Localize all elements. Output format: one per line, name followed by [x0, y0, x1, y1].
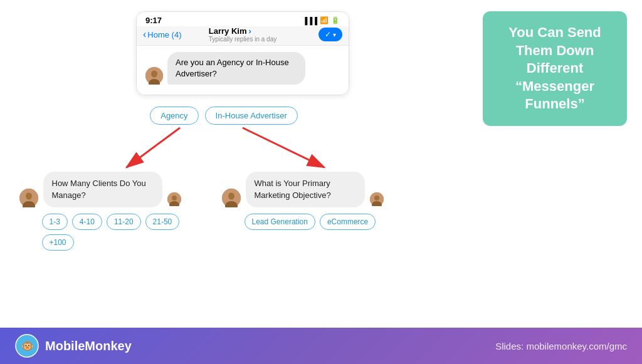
- info-box: You Can Send Them Down Different “Messen…: [483, 11, 627, 126]
- svg-line-5: [127, 128, 180, 167]
- svg-point-11: [172, 195, 177, 200]
- svg-point-8: [26, 192, 32, 199]
- avatar: [145, 67, 163, 85]
- right-branch-question: What is Your Primary Marketing Objective…: [246, 172, 365, 207]
- check-icon: ✓: [325, 30, 331, 39]
- nav-bar: ‹ Home (4) Larry Kim › Typically replies…: [137, 26, 349, 46]
- left-branch-avatar: [19, 189, 38, 207]
- nav-center: Larry Kim › Typically replies in a day: [209, 26, 276, 43]
- left-branch: How Many Clients Do You Manage? 1-3 4-10: [19, 172, 208, 250]
- left-branch-avatar2: [167, 192, 181, 206]
- svg-text:🐵: 🐵: [21, 340, 34, 353]
- arrows-svg: [29, 125, 418, 172]
- left-column: 9:17 ▐▐▐ 📶 🔋 ‹ Home (4) Larry Kim: [15, 11, 470, 321]
- svg-point-17: [374, 195, 379, 200]
- back-chevron-icon: ‹: [143, 29, 146, 40]
- battery-icon: 🔋: [331, 16, 340, 24]
- left-branch-choices: 1-3 4-10 11-20 21-50 +100: [19, 214, 208, 251]
- footer: 🐵 MobileMonkey Slides: mobilemonkey.com/…: [0, 328, 642, 364]
- agency-button[interactable]: Agency: [150, 107, 198, 125]
- svg-line-6: [243, 128, 324, 167]
- right-branch-avatar: [222, 189, 241, 207]
- name-chevron-icon: ›: [249, 26, 251, 36]
- top-choices-row: Agency In-House Advertiser: [150, 107, 298, 125]
- chat-bubble-row: Are you an Agency or In-House Advertiser…: [145, 52, 340, 85]
- nav-back-label[interactable]: Home (4): [147, 30, 181, 39]
- nav-back[interactable]: ‹ Home (4): [143, 29, 182, 40]
- option-lead-gen[interactable]: Lead Generation: [245, 214, 315, 230]
- right-branch-question-row: What is Your Primary Marketing Objective…: [222, 172, 384, 207]
- signal-icon: ▐▐▐: [303, 17, 317, 24]
- in-house-button[interactable]: In-House Advertiser: [205, 107, 298, 125]
- footer-brand: 🐵 MobileMonkey: [15, 334, 132, 358]
- option-ecommerce[interactable]: eCommerce: [320, 214, 376, 230]
- info-box-text: You Can Send Them Down Different “Messen…: [494, 24, 616, 113]
- nav-subtitle: Typically replies in a day: [209, 36, 276, 43]
- status-time: 9:17: [145, 16, 162, 25]
- chat-bubble: Are you an Agency or In-House Advertiser…: [167, 52, 305, 85]
- option-11-20[interactable]: 11-20: [107, 214, 141, 230]
- nav-name: Larry Kim ›: [209, 26, 276, 36]
- check-button[interactable]: ✓ ▾: [318, 28, 342, 41]
- arrows-container: [29, 125, 418, 172]
- footer-logo-icon: 🐵: [15, 334, 39, 358]
- option-4-10[interactable]: 4-10: [72, 214, 102, 230]
- footer-url: Slides: mobilemonkey.com/gmc: [495, 341, 627, 351]
- content-area: 9:17 ▐▐▐ 📶 🔋 ‹ Home (4) Larry Kim: [0, 0, 642, 328]
- contact-name[interactable]: Larry Kim: [209, 26, 247, 36]
- status-bar: 9:17 ▐▐▐ 📶 🔋: [137, 12, 349, 26]
- option-1-3[interactable]: 1-3: [42, 214, 68, 230]
- footer-brand-name: MobileMonkey: [45, 339, 132, 353]
- svg-point-14: [228, 192, 234, 199]
- left-branch-question-row: How Many Clients Do You Manage?: [19, 172, 181, 207]
- check-btn-chevron: ▾: [333, 31, 336, 38]
- status-icons: ▐▐▐ 📶 🔋: [303, 16, 340, 24]
- chat-content: Are you an Agency or In-House Advertiser…: [137, 46, 349, 95]
- svg-point-1: [151, 71, 157, 78]
- phone-mockup: 9:17 ▐▐▐ 📶 🔋 ‹ Home (4) Larry Kim: [136, 11, 349, 95]
- wifi-icon: 📶: [320, 16, 329, 24]
- option-100plus[interactable]: +100: [42, 234, 74, 251]
- option-21-50[interactable]: 21-50: [145, 214, 180, 230]
- bottom-branches: How Many Clients Do You Manage? 1-3 4-10: [17, 172, 431, 250]
- main-container: 9:17 ▐▐▐ 📶 🔋 ‹ Home (4) Larry Kim: [0, 0, 642, 364]
- right-branch: What is Your Primary Marketing Objective…: [222, 172, 429, 229]
- left-branch-question: How Many Clients Do You Manage?: [43, 172, 162, 207]
- right-branch-avatar2: [370, 192, 384, 206]
- right-branch-choices: Lead Generation eCommerce: [222, 214, 376, 230]
